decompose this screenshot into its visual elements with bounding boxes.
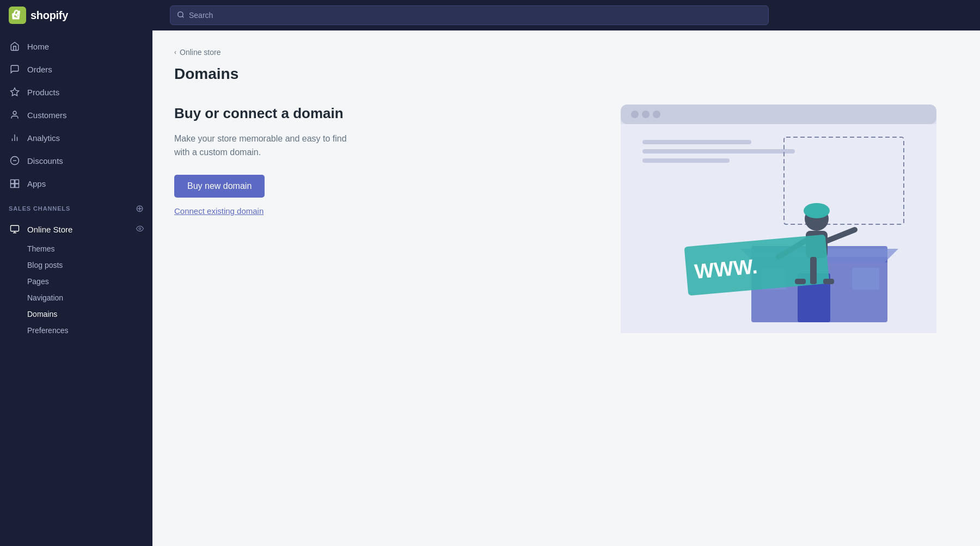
svg-rect-40: [823, 279, 834, 284]
sidebar-item-orders[interactable]: Orders: [0, 58, 152, 81]
illustration-area: WWW.: [577, 61, 958, 388]
sidebar-label-orders: Orders: [27, 65, 52, 74]
sidebar-sub-item-preferences[interactable]: Preferences: [0, 322, 152, 339]
svg-point-15: [139, 228, 141, 230]
sidebar-item-customers[interactable]: Customers: [0, 103, 152, 126]
svg-point-0: [178, 11, 183, 16]
sidebar-sub-item-themes[interactable]: Themes: [0, 241, 152, 257]
svg-rect-10: [11, 184, 15, 188]
svg-rect-39: [795, 279, 806, 284]
online-store-label: Online Store: [27, 225, 72, 234]
breadcrumb-parent-link[interactable]: Online store: [180, 48, 220, 57]
sidebar-sub-item-blog-posts[interactable]: Blog posts: [0, 257, 152, 273]
promo-text: Buy or connect a domain Make your store …: [174, 105, 479, 216]
sidebar-item-home[interactable]: Home: [0, 35, 152, 58]
sidebar: Home Orders Products: [0, 30, 152, 546]
sales-channels-label: SALES CHANNELS: [9, 205, 70, 212]
buy-new-domain-button[interactable]: Buy new domain: [174, 175, 265, 198]
eye-icon[interactable]: [136, 225, 144, 234]
promo-description: Make your store memorable and easy to fi…: [174, 132, 479, 159]
sidebar-sub-item-navigation[interactable]: Navigation: [0, 290, 152, 306]
shopify-logo-icon: [9, 7, 26, 24]
analytics-icon: [9, 132, 21, 144]
sidebar-item-analytics[interactable]: Analytics: [0, 126, 152, 149]
orders-icon: [9, 63, 21, 75]
sales-channels-header: SALES CHANNELS ⊕: [0, 195, 152, 218]
svg-rect-17: [621, 105, 936, 124]
sub-label-domains: Domains: [27, 310, 57, 318]
svg-rect-22: [642, 140, 751, 144]
svg-rect-24: [642, 158, 730, 163]
connect-existing-domain-button[interactable]: Connect existing domain: [174, 206, 264, 216]
svg-marker-1: [11, 88, 19, 96]
domain-illustration: WWW.: [577, 61, 958, 388]
add-sales-channel-button[interactable]: ⊕: [136, 204, 144, 213]
sub-label-blog-posts: Blog posts: [27, 261, 63, 269]
svg-point-2: [13, 111, 16, 114]
promo-heading: Buy or connect a domain: [174, 105, 479, 123]
apps-icon: [9, 177, 21, 189]
svg-rect-38: [810, 257, 817, 284]
sub-label-themes: Themes: [27, 244, 55, 253]
search-icon: [177, 11, 185, 20]
svg-rect-11: [15, 184, 19, 188]
search-bar[interactable]: [170, 5, 769, 25]
sidebar-label-products: Products: [27, 88, 59, 97]
home-icon: [9, 40, 21, 52]
customers-icon: [9, 109, 21, 121]
svg-rect-30: [852, 268, 879, 290]
discounts-icon: [9, 155, 21, 167]
svg-point-19: [642, 111, 650, 118]
products-icon: [9, 86, 21, 98]
sub-label-pages: Pages: [27, 277, 49, 286]
svg-point-32: [804, 203, 830, 218]
sidebar-item-online-store[interactable]: Online Store: [0, 218, 152, 241]
online-store-left: Online Store: [9, 223, 72, 235]
sidebar-label-home: Home: [27, 42, 49, 51]
shopify-logo-text: shopify: [30, 9, 68, 22]
sidebar-item-discounts[interactable]: Discounts: [0, 149, 152, 172]
svg-rect-9: [15, 180, 19, 183]
svg-rect-23: [642, 149, 795, 154]
main-layout: Home Orders Products: [0, 30, 980, 546]
online-store-icon: [9, 223, 21, 235]
svg-point-18: [631, 111, 639, 118]
content-inner: ‹ Online store Domains Buy or connect a …: [152, 30, 980, 233]
svg-point-20: [653, 111, 660, 118]
search-input[interactable]: [189, 11, 762, 20]
sub-label-preferences: Preferences: [27, 326, 68, 335]
logo-area: shopify: [9, 7, 161, 24]
sidebar-label-customers: Customers: [27, 111, 67, 120]
top-navbar: shopify: [0, 0, 980, 30]
breadcrumb-chevron-icon: ‹: [174, 48, 176, 56]
promo-section: Buy or connect a domain Make your store …: [174, 105, 958, 216]
sidebar-sub-item-domains[interactable]: Domains: [0, 306, 152, 322]
sub-label-navigation: Navigation: [27, 293, 63, 302]
svg-rect-8: [11, 180, 15, 183]
main-content: ‹ Online store Domains Buy or connect a …: [152, 30, 980, 546]
sidebar-label-discounts: Discounts: [27, 156, 63, 165]
svg-rect-12: [11, 225, 19, 231]
sidebar-sub-item-pages[interactable]: Pages: [0, 273, 152, 290]
sidebar-label-apps: Apps: [27, 179, 46, 188]
sidebar-item-products[interactable]: Products: [0, 81, 152, 103]
breadcrumb: ‹ Online store: [174, 48, 958, 57]
sidebar-item-apps[interactable]: Apps: [0, 172, 152, 195]
sidebar-label-analytics: Analytics: [27, 133, 60, 143]
